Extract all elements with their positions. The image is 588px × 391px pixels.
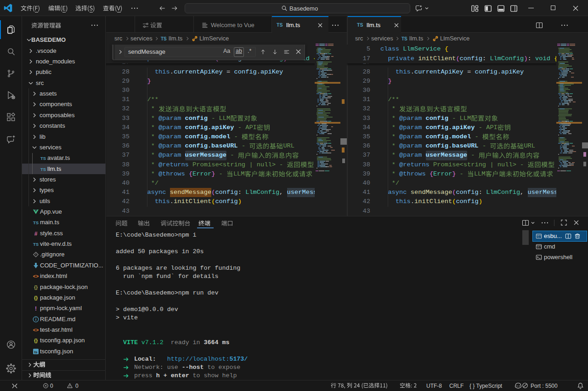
svg-text:C:\: C:\ — [537, 246, 542, 249]
svg-text:C:\: C:\ — [537, 236, 542, 238]
